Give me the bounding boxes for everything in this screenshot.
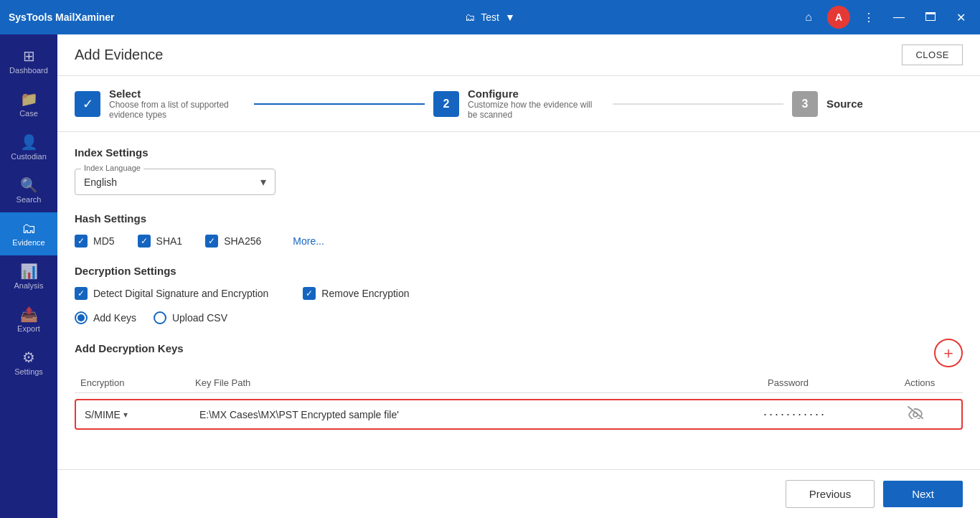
analysis-icon: 📊 (20, 264, 38, 278)
md5-check-icon: ✓ (75, 235, 88, 248)
decryption-keys-header: Add Decryption Keys ＋ (75, 339, 963, 367)
more-menu-button[interactable]: ⋮ (859, 7, 879, 27)
step1-check-icon: ✓ (75, 91, 100, 117)
hash-settings-title: Hash Settings (75, 212, 963, 225)
detect-checkbox[interactable]: ✓ Detect Digital Signature and Encryptio… (75, 287, 268, 300)
decryption-settings-section: Decryption Settings ✓ Detect Digital Sig… (75, 265, 963, 324)
sidebar-item-label: Analysis (14, 281, 44, 290)
minimize-button[interactable]: — (887, 8, 910, 27)
sidebar-item-search[interactable]: 🔍 Search (0, 169, 57, 212)
window-close-button[interactable]: ✕ (951, 8, 971, 27)
step1-info: Select Choose from a list of supported e… (109, 88, 245, 120)
sidebar-item-evidence[interactable]: 🗂 Evidence (0, 212, 57, 255)
hash-checkboxes: ✓ MD5 ✓ SHA1 ✓ SHA256 More... (75, 235, 963, 248)
previous-button[interactable]: Previous (786, 480, 875, 508)
upload-csv-radio-outer (154, 311, 166, 324)
top-bar-actions: ⌂ A ⋮ — 🗖 ✕ (651, 6, 971, 29)
settings-icon: ⚙ (22, 350, 35, 364)
chevron-down-icon[interactable]: ▼ (505, 11, 515, 23)
md5-checkbox[interactable]: ✓ MD5 (75, 235, 115, 248)
more-hash-link[interactable]: More... (293, 235, 324, 247)
encryption-select[interactable]: S/MIME ▾ (79, 409, 194, 420)
eye-slash-icon[interactable] (908, 406, 923, 423)
decryption-keys-title: Add Decryption Keys (75, 342, 184, 354)
form-content: Index Settings Index Language English ▾ … (57, 132, 980, 469)
encryption-value: S/MIME (85, 409, 121, 420)
key-file-path[interactable]: E:\MX Cases\MX\PST Encrypted sample file… (194, 409, 758, 420)
index-settings-title: Index Settings (75, 146, 963, 159)
case-icon: 📁 (20, 92, 38, 106)
chevron-down-icon: ▾ (260, 175, 266, 189)
sidebar-item-label: Dashboard (9, 66, 48, 75)
step2-desc: Customize how the evidence will be scann… (468, 100, 604, 120)
step-select: ✓ Select Choose from a list of supported… (75, 88, 245, 120)
language-select-row: English ▾ (84, 172, 266, 192)
col-header-actions: Actions (877, 377, 963, 388)
hash-settings-section: Hash Settings ✓ MD5 ✓ SHA1 ✓ SHA256 More… (75, 212, 963, 248)
sidebar-item-custodian[interactable]: 👤 Custodian (0, 126, 57, 169)
sidebar-item-case[interactable]: 📁 Case (0, 83, 57, 126)
sidebar-item-label: Custodian (11, 152, 47, 161)
step3-info: Source (826, 98, 863, 110)
layout: ⊞ Dashboard 📁 Case 👤 Custodian 🔍 Search … (0, 34, 980, 518)
app-title: SysTools MailXaminer (9, 11, 329, 23)
sidebar-item-analysis[interactable]: 📊 Analysis (0, 255, 57, 298)
remove-label: Remove Encryption (321, 288, 409, 299)
keys-table-header: Encryption Key File Path Password Action… (75, 373, 963, 393)
md5-label: MD5 (93, 235, 115, 247)
sidebar-item-export[interactable]: 📤 Export (0, 298, 57, 342)
step-source: 3 Source (792, 91, 963, 117)
keys-table: Encryption Key File Path Password Action… (75, 373, 963, 430)
password-field[interactable]: ··········· (758, 407, 872, 422)
detect-check-icon: ✓ (75, 287, 88, 300)
sidebar-item-settings[interactable]: ⚙ Settings (0, 342, 57, 385)
add-key-button[interactable]: ＋ (934, 339, 963, 367)
remove-encryption-checkbox[interactable]: ✓ Remove Encryption (303, 287, 409, 300)
step2-info: Configure Customize how the evidence wil… (468, 88, 604, 120)
sidebar-item-label: Case (19, 109, 38, 118)
detect-label: Detect Digital Signature and Encryption (93, 288, 268, 299)
main-panel: Add Evidence CLOSE ✓ Select Choose from … (57, 34, 980, 518)
index-settings-section: Index Settings Index Language English ▾ (75, 146, 963, 195)
sha1-checkbox[interactable]: ✓ SHA1 (138, 235, 183, 248)
step3-label: Source (826, 98, 863, 110)
step-line-2 (613, 103, 783, 105)
decryption-keys-section: Add Decryption Keys ＋ Encryption Key Fil… (75, 339, 963, 430)
sha256-checkbox[interactable]: ✓ SHA256 (205, 235, 261, 248)
key-mode-radios: Add Keys Upload CSV (75, 311, 963, 324)
add-keys-label: Add Keys (93, 312, 136, 324)
avatar[interactable]: A (827, 6, 850, 29)
step1-desc: Choose from a list of supported evidence… (109, 100, 245, 120)
footer: Previous Next (57, 469, 980, 518)
dashboard-icon: ⊞ (23, 49, 35, 63)
custodian-icon: 👤 (20, 135, 38, 149)
sha256-check-icon: ✓ (205, 235, 218, 248)
upload-csv-radio[interactable]: Upload CSV (154, 311, 227, 324)
steps-bar: ✓ Select Choose from a list of supported… (57, 76, 980, 132)
plus-icon: ＋ (941, 342, 956, 364)
step-line-1 (254, 103, 425, 105)
decryption-checkboxes: ✓ Detect Digital Signature and Encryptio… (75, 287, 963, 300)
main-header: Add Evidence CLOSE (57, 34, 980, 76)
add-keys-radio[interactable]: Add Keys (75, 311, 136, 324)
sha1-check-icon: ✓ (138, 235, 151, 248)
top-bar-center: 🗂 Test ▼ (329, 11, 650, 23)
step2-num: 2 (433, 91, 459, 117)
next-button[interactable]: Next (883, 481, 963, 507)
close-button[interactable]: CLOSE (902, 44, 963, 65)
language-select[interactable]: Index Language English ▾ (75, 169, 275, 195)
step2-label: Configure (468, 88, 604, 100)
evidence-icon: 🗂 (22, 221, 36, 235)
row-actions (872, 406, 958, 423)
maximize-button[interactable]: 🗖 (919, 8, 942, 27)
home-button[interactable]: ⌂ (798, 7, 819, 27)
upload-csv-label: Upload CSV (172, 312, 227, 324)
top-bar: SysTools MailXaminer 🗂 Test ▼ ⌂ A ⋮ — 🗖 … (0, 0, 980, 34)
step3-num: 3 (792, 91, 818, 117)
sidebar-item-label: Search (17, 195, 42, 204)
case-icon: 🗂 (465, 11, 475, 23)
language-label: Index Language (81, 164, 143, 172)
sidebar-item-dashboard[interactable]: ⊞ Dashboard (0, 40, 57, 83)
col-header-password: Password (762, 377, 877, 388)
export-icon: 📤 (20, 307, 38, 321)
